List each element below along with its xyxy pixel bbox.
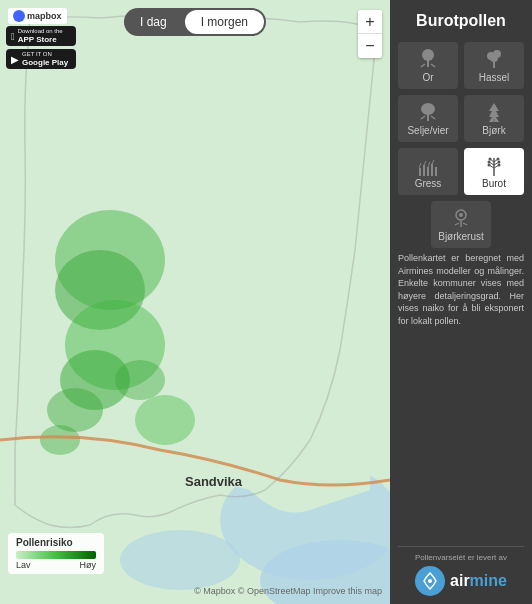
apple-icon:  xyxy=(11,31,15,42)
pollen-item-burot[interactable]: Burot xyxy=(464,148,524,195)
toggle-today-button[interactable]: I dag xyxy=(124,8,183,36)
pollen-item-or[interactable]: Or xyxy=(398,42,458,89)
svg-line-19 xyxy=(421,64,425,67)
svg-point-47 xyxy=(489,158,492,161)
legend-low: Lav xyxy=(16,560,31,570)
svg-point-58 xyxy=(428,579,432,583)
toggle-tomorrow-button[interactable]: I morgen xyxy=(185,10,264,34)
or-label: Or xyxy=(422,72,433,83)
map-svg xyxy=(0,0,390,604)
zoom-out-button[interactable]: − xyxy=(358,34,382,58)
svg-line-39 xyxy=(432,160,434,164)
svg-point-17 xyxy=(422,49,434,61)
svg-line-38 xyxy=(428,162,430,167)
airmine-logo xyxy=(415,566,445,596)
svg-rect-35 xyxy=(435,167,437,176)
svg-line-36 xyxy=(419,163,421,168)
seljavier-icon xyxy=(416,101,440,125)
svg-line-37 xyxy=(424,161,426,165)
svg-point-2 xyxy=(120,530,240,590)
appstore-line1: Download on the xyxy=(18,28,63,35)
city-label: Sandvika xyxy=(185,474,242,489)
pollen-legend: Pollenrisiko Lav Høy xyxy=(8,533,104,574)
bjork-icon xyxy=(482,101,506,125)
legend-title: Pollenrisiko xyxy=(16,537,96,548)
svg-point-52 xyxy=(498,164,501,167)
appstore-badge[interactable]:  Download on the APP Store xyxy=(6,26,76,46)
svg-line-20 xyxy=(431,64,435,67)
appstore-line2: APP Store xyxy=(18,35,63,45)
svg-line-27 xyxy=(421,116,425,119)
svg-point-14 xyxy=(135,395,195,445)
panel-title: Burotpollen xyxy=(398,12,524,30)
svg-point-16 xyxy=(40,425,80,455)
bjork-label: Bjørk xyxy=(482,125,505,136)
svg-rect-31 xyxy=(419,168,421,176)
svg-point-48 xyxy=(488,161,491,164)
pollen-grid: Or Hassel Selje/vier xyxy=(398,42,524,195)
svg-rect-32 xyxy=(423,165,425,176)
legend-bar xyxy=(16,551,96,559)
svg-point-51 xyxy=(498,161,501,164)
burot-icon xyxy=(482,154,506,178)
airmine-brand: Pollenvarselét er levert av airmine xyxy=(398,546,524,596)
googleplay-line1: GET IT ON xyxy=(22,51,68,58)
or-icon xyxy=(416,48,440,72)
pollen-item-gress[interactable]: Gress xyxy=(398,148,458,195)
day-toggle-container: I dag I morgen xyxy=(124,8,266,36)
burot-label: Burot xyxy=(482,178,506,189)
info-text: Pollenkartet er beregnet med Airmines mo… xyxy=(398,252,524,538)
gress-label: Gress xyxy=(415,178,442,189)
svg-rect-24 xyxy=(493,61,495,68)
svg-rect-26 xyxy=(427,114,429,121)
legend-high: Høy xyxy=(80,560,97,570)
googleplay-line2: Google Play xyxy=(22,58,68,68)
map-attribution: © Mapbox © OpenStreetMap Improve this ma… xyxy=(194,586,382,596)
airmine-name: airmine xyxy=(450,572,507,590)
pollen-item-hassel[interactable]: Hassel xyxy=(464,42,524,89)
bjorkerust-label: Bjørkerust xyxy=(438,231,484,242)
pollen-item-seljavier[interactable]: Selje/vier xyxy=(398,95,458,142)
googleplay-badge[interactable]: ▶ GET IT ON Google Play xyxy=(6,49,76,69)
svg-line-57 xyxy=(463,223,467,225)
gress-icon xyxy=(416,154,440,178)
bjorkerust-icon xyxy=(449,207,473,231)
svg-point-13 xyxy=(115,360,165,400)
mapbox-logo: mapbox xyxy=(8,8,67,24)
map-container[interactable]: mapbox  Download on the APP Store ▶ GET… xyxy=(0,0,390,604)
svg-point-50 xyxy=(497,158,500,161)
svg-point-49 xyxy=(488,164,491,167)
bjorkerust-row: Bjørkerust xyxy=(398,201,524,248)
seljavier-label: Selje/vier xyxy=(407,125,448,136)
hassel-label: Hassel xyxy=(479,72,510,83)
svg-point-15 xyxy=(47,388,103,432)
svg-rect-18 xyxy=(427,60,429,67)
pollen-item-bjorkerust[interactable]: Bjørkerust xyxy=(431,201,491,248)
right-panel: Burotpollen Or Hassel xyxy=(390,0,532,604)
svg-rect-34 xyxy=(431,164,433,176)
airmine-tagline: Pollenvarselét er levert av xyxy=(415,553,507,562)
pollen-item-bjork[interactable]: Bjørk xyxy=(464,95,524,142)
hassel-icon xyxy=(482,48,506,72)
app-badges:  Download on the APP Store ▶ GET IT ON … xyxy=(6,26,76,69)
legend-gradient xyxy=(16,551,96,559)
svg-rect-30 xyxy=(493,119,495,122)
legend-labels: Lav Høy xyxy=(16,560,96,570)
svg-point-25 xyxy=(421,103,435,115)
svg-line-28 xyxy=(431,116,435,119)
googleplay-icon: ▶ xyxy=(11,54,19,65)
svg-rect-33 xyxy=(427,167,429,176)
svg-line-56 xyxy=(455,223,459,225)
svg-point-54 xyxy=(459,213,463,217)
zoom-controls: + − xyxy=(358,10,382,58)
svg-point-23 xyxy=(490,54,498,62)
zoom-in-button[interactable]: + xyxy=(358,10,382,34)
